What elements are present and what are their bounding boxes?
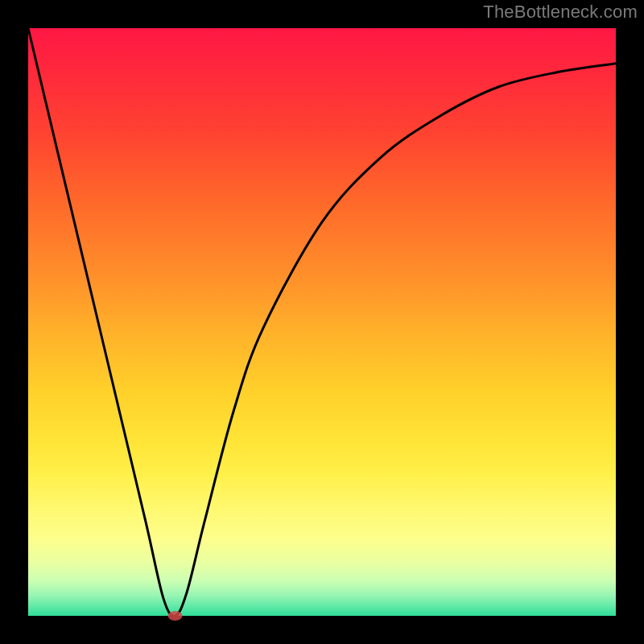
watermark-text: TheBottleneck.com — [483, 2, 638, 23]
bottleneck-curve-svg — [28, 28, 616, 616]
chart-frame: TheBottleneck.com — [0, 0, 644, 644]
optimal-point-marker — [168, 611, 183, 621]
bottleneck-curve-path — [28, 28, 616, 616]
